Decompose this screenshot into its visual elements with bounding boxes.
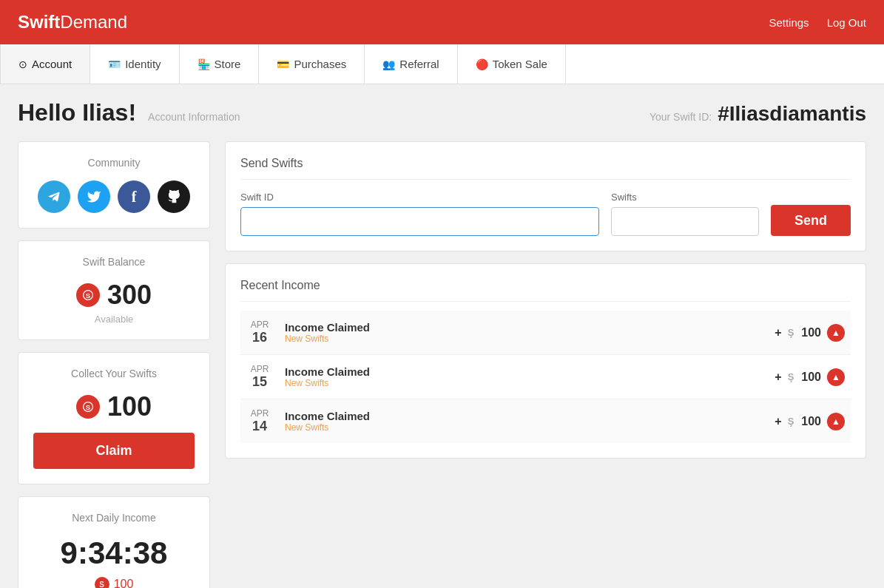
income-day: 15 (252, 374, 267, 390)
income-details: Income Claimed New Swifts (285, 321, 763, 344)
timer-swifts: S 100 (33, 577, 195, 588)
logo: SwiftDemand (18, 12, 127, 33)
svg-text:S: S (86, 403, 91, 411)
content-layout: Community f Swift Balance (18, 141, 866, 588)
income-item: Apr 16 Income Claimed New Swifts + Ş 100… (240, 311, 851, 355)
page-subtitle: Account Information (148, 111, 240, 123)
tab-referral[interactable]: 👥 Referral (365, 44, 457, 84)
purchases-icon: 💳 (277, 58, 289, 70)
income-type: New Swifts (285, 422, 763, 433)
collect-number: 100 (107, 391, 152, 422)
income-month: Apr (251, 364, 269, 374)
income-details: Income Claimed New Swifts (285, 410, 763, 433)
logout-link[interactable]: Log Out (827, 16, 866, 29)
income-amount: + Ş 100 ▲ (775, 413, 845, 430)
swift-s-symbol: Ş (788, 416, 794, 427)
income-amount-value: 100 (801, 371, 821, 384)
settings-link[interactable]: Settings (769, 16, 809, 29)
timer-display: 9:34:38 (33, 535, 195, 571)
income-day: 16 (252, 330, 267, 345)
swift-id-label: Your Swift ID: (649, 111, 712, 123)
collect-swifts-title: Collect Your Swifts (33, 368, 195, 379)
sidebar: Community f Swift Balance (18, 141, 210, 588)
header: SwiftDemand Settings Log Out (0, 0, 884, 44)
tab-store-label: Store (215, 58, 241, 70)
header-nav: Settings Log Out (769, 16, 866, 29)
swift-balance-card: Swift Balance S 300 Available (18, 240, 210, 340)
page-title-group: Hello Ilias! Account Information (18, 99, 240, 126)
collect-coin: S (76, 395, 100, 419)
tab-purchases[interactable]: 💳 Purchases (259, 44, 365, 84)
tab-identity-label: Identity (125, 58, 161, 70)
telegram-icon[interactable] (38, 180, 70, 213)
logo-demand: Demand (60, 12, 127, 32)
token-sale-icon: 🔴 (476, 58, 488, 70)
income-name: Income Claimed (285, 321, 763, 334)
income-name: Income Claimed (285, 365, 763, 378)
income-amount: + Ş 100 ▲ (775, 368, 845, 386)
income-amount: + Ş 100 ▲ (775, 324, 845, 342)
community-title: Community (33, 157, 195, 169)
send-swifts-title: Send Swifts (240, 157, 851, 180)
identity-icon: 🪪 (108, 58, 121, 70)
tab-identity[interactable]: 🪪 Identity (90, 44, 179, 84)
income-date: Apr 14 (246, 408, 273, 434)
balance-amount: 300 (107, 280, 152, 311)
balance-label: Available (33, 314, 195, 325)
next-daily-card: Next Daily Income 9:34:38 S 100 (18, 496, 210, 588)
swift-s-symbol: Ş (788, 371, 794, 382)
tab-token-sale[interactable]: 🔴 Token Sale (458, 44, 566, 84)
send-form: Swift ID Swifts Send (240, 192, 851, 236)
account-icon: ⊙ (18, 58, 27, 70)
page-title: Hello Ilias! (18, 99, 136, 126)
income-day: 14 (252, 419, 267, 434)
swifts-amount-group: Swifts (611, 192, 759, 236)
claim-button[interactable]: Claim (33, 433, 195, 469)
facebook-icon[interactable]: f (118, 180, 150, 213)
tab-account-label: Account (32, 58, 72, 70)
timer-amount: 100 (114, 578, 134, 588)
swift-id-group: Your Swift ID: #Iliasdiamantis (649, 102, 866, 126)
community-card: Community f (18, 141, 210, 229)
income-list: Apr 16 Income Claimed New Swifts + Ş 100… (240, 311, 851, 443)
income-date: Apr 16 (246, 320, 273, 345)
tabs-nav: ⊙ Account 🪪 Identity 🏪 Store 💳 Purchases… (0, 44, 884, 84)
recent-income-card: Recent Income Apr 16 Income Claimed New … (225, 263, 866, 459)
swift-id-field-label: Swift ID (240, 192, 599, 203)
twitter-icon[interactable] (78, 180, 110, 213)
community-icons: f (33, 180, 195, 213)
swift-id-value: #Iliasdiamantis (718, 102, 866, 126)
balance-display: S 300 (33, 280, 195, 311)
swift-balance-title: Swift Balance (33, 256, 195, 268)
referral-icon: 👥 (382, 58, 395, 70)
tab-token-sale-label: Token Sale (493, 58, 547, 70)
collect-amount: S 100 (33, 391, 195, 422)
send-swifts-card: Send Swifts Swift ID Swifts Send (225, 141, 866, 251)
send-button[interactable]: Send (771, 205, 851, 236)
swifts-label: Swifts (611, 192, 759, 203)
collect-swifts-card: Collect Your Swifts S 100 Claim (18, 352, 210, 484)
tab-purchases-label: Purchases (294, 58, 346, 70)
github-icon[interactable] (158, 180, 190, 213)
tab-store[interactable]: 🏪 Store (180, 44, 260, 84)
up-arrow-icon: ▲ (827, 324, 845, 342)
next-daily-title: Next Daily Income (33, 512, 195, 524)
swift-id-field-group: Swift ID (240, 192, 599, 236)
svg-text:S: S (86, 291, 91, 300)
income-amount-value: 100 (801, 415, 821, 428)
timer-coin: S (95, 577, 109, 588)
up-arrow-icon: ▲ (827, 368, 845, 386)
right-panel: Send Swifts Swift ID Swifts Send Recent … (225, 141, 866, 459)
income-name: Income Claimed (285, 410, 763, 422)
income-month: Apr (251, 320, 269, 330)
income-type: New Swifts (285, 378, 763, 388)
swift-coin: S (76, 283, 100, 307)
logo-swift: Swift (18, 12, 60, 32)
swifts-input[interactable] (611, 207, 759, 236)
up-arrow-icon: ▲ (827, 413, 845, 430)
recent-income-title: Recent Income (240, 279, 851, 302)
swift-id-input[interactable] (240, 207, 599, 236)
tab-referral-label: Referral (399, 58, 439, 70)
main-content: Hello Ilias! Account Information Your Sw… (0, 84, 884, 588)
tab-account[interactable]: ⊙ Account (0, 44, 90, 84)
